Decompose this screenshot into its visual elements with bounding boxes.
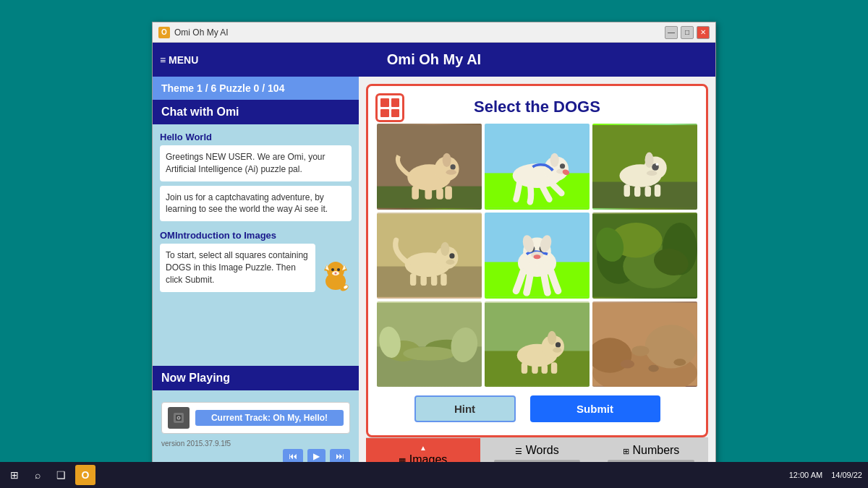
grid-image-9[interactable]	[592, 301, 697, 388]
svg-point-67	[534, 254, 541, 259]
svg-rect-21	[425, 188, 432, 200]
svg-rect-94	[551, 362, 557, 374]
app-icon: O	[158, 27, 170, 38]
menu-button[interactable]: ≡ MENU	[160, 54, 198, 66]
svg-point-33	[550, 153, 559, 167]
svg-point-31	[560, 163, 565, 168]
tab-words-label: ☰ Words	[515, 444, 558, 457]
app-window: O Omi Oh My AI — □ ✕ ≡ MENU Omi Oh My AI…	[152, 22, 716, 470]
chat-area: Hello World Greetings NEW USER. We are O…	[153, 124, 359, 366]
search-button[interactable]: ⌕	[29, 466, 46, 484]
svg-point-88	[556, 342, 561, 347]
svg-point-41	[647, 171, 658, 176]
track-label: Current Track: Oh My, Hello!	[195, 410, 344, 426]
now-playing-header: Now Playing	[153, 366, 359, 390]
grass-image-7	[377, 301, 482, 388]
svg-rect-93	[542, 364, 548, 373]
grid-image-3[interactable]	[592, 124, 697, 210]
theme-progress: Theme 1 / 6 Puzzle 0 / 104	[153, 77, 359, 100]
svg-point-98	[645, 325, 698, 368]
music-icon	[168, 407, 190, 429]
now-playing-section: Current Track: Oh My, Hello! version 201…	[153, 396, 359, 469]
dog-image-8	[485, 301, 590, 388]
svg-rect-46	[655, 184, 660, 197]
svg-point-6	[331, 268, 334, 271]
grid-image-6[interactable]	[592, 213, 697, 299]
start-button[interactable]: ⊞	[6, 466, 23, 484]
svg-point-99	[621, 359, 634, 368]
maximize-button[interactable]: □	[681, 26, 694, 39]
puzzle-title: Select the DOGS	[377, 95, 697, 116]
tab-up-arrow: ▲	[420, 444, 427, 452]
dog-image-1	[377, 124, 482, 210]
dirt-image-9	[592, 301, 697, 388]
main-layout: Theme 1 / 6 Puzzle 0 / 104 Chat with Omi…	[153, 77, 715, 469]
puzzle-card: Select the DOGS	[366, 84, 708, 437]
svg-point-24	[451, 164, 456, 169]
taskbar-right: 12:00 AM 14/09/22	[789, 471, 862, 479]
tab-numbers-label: ⊞ Numbers	[623, 444, 679, 457]
grid-image-8[interactable]	[485, 301, 590, 388]
chat-with-avatar: To start, select all squares containing …	[160, 244, 352, 291]
chat-title-1: Hello World	[160, 132, 352, 142]
svg-point-25	[446, 170, 456, 175]
grid-image-1[interactable]	[377, 124, 482, 210]
close-button[interactable]: ✕	[697, 26, 710, 39]
svg-point-90	[548, 330, 556, 344]
chat-message-2: OMIntroduction to Images To start, selec…	[160, 227, 352, 291]
minimize-button[interactable]: —	[665, 26, 678, 39]
grid-cell-4	[391, 109, 400, 118]
grid-image-5[interactable]	[485, 213, 590, 299]
chat-bubble-1: Greetings NEW USER. We are Omi, your Art…	[160, 145, 352, 181]
taskbar: ⊞ ⌕ ❑ O 12:00 AM 14/09/22	[0, 462, 868, 488]
task-view-button[interactable]: ❑	[52, 466, 69, 484]
version-text: version 2015.37.9.1f5	[161, 438, 350, 449]
grass-image-6	[592, 213, 697, 299]
svg-rect-57	[441, 273, 446, 286]
svg-point-52	[446, 260, 454, 265]
fox-avatar	[320, 256, 352, 292]
puzzle-buttons: Hint Submit	[377, 395, 697, 422]
title-bar-left: O Omi Oh My AI	[158, 27, 229, 38]
svg-point-89	[553, 347, 561, 352]
svg-rect-22	[436, 188, 443, 200]
submit-button[interactable]: Submit	[530, 395, 660, 422]
app-content: ≡ MENU Omi Oh My AI Theme 1 / 6 Puzzle 0…	[153, 43, 715, 469]
prev-button[interactable]: ⏮	[283, 449, 303, 463]
sidebar: Theme 1 / 6 Puzzle 0 / 104 Chat with Omi…	[153, 77, 359, 469]
app-taskbar-icon[interactable]: O	[75, 465, 95, 485]
next-button[interactable]: ⏭	[330, 449, 350, 463]
image-grid	[377, 124, 697, 387]
svg-point-42	[645, 152, 654, 168]
svg-rect-44	[634, 187, 640, 197]
svg-rect-43	[624, 184, 630, 197]
svg-rect-23	[445, 187, 452, 200]
chat-bubble-2: Join us for a captchavating adventure, b…	[160, 186, 352, 222]
svg-point-53	[441, 241, 449, 255]
window-controls: — □ ✕	[665, 26, 710, 39]
dog-image-2	[485, 124, 590, 210]
grid-image-7[interactable]	[377, 301, 482, 388]
chat-message-1: Hello World Greetings NEW USER. We are O…	[160, 132, 352, 221]
window-title: Omi Oh My AI	[174, 27, 229, 38]
svg-point-7	[337, 268, 340, 271]
svg-rect-45	[645, 187, 651, 197]
svg-rect-56	[431, 275, 437, 286]
taskbar-time: 12:00 AM	[789, 471, 822, 479]
grid-cell-1	[380, 98, 389, 107]
grid-image-4[interactable]	[377, 213, 482, 299]
grid-image-2[interactable]	[485, 124, 590, 210]
app-title: Omi Oh My AI	[387, 51, 481, 67]
svg-point-51	[449, 253, 454, 258]
taskbar-date: 14/09/22	[831, 471, 862, 479]
svg-point-9	[335, 272, 337, 274]
hint-button[interactable]: Hint	[414, 395, 516, 422]
svg-rect-54	[410, 273, 416, 286]
dog-image-5	[485, 213, 590, 299]
svg-point-40	[656, 163, 659, 166]
grid-cell-2	[391, 98, 400, 107]
play-button[interactable]: ▶	[307, 449, 326, 463]
svg-point-100	[648, 364, 659, 372]
chat-bubble-3: To start, select all squares containing …	[160, 244, 315, 291]
svg-point-81	[403, 346, 456, 360]
